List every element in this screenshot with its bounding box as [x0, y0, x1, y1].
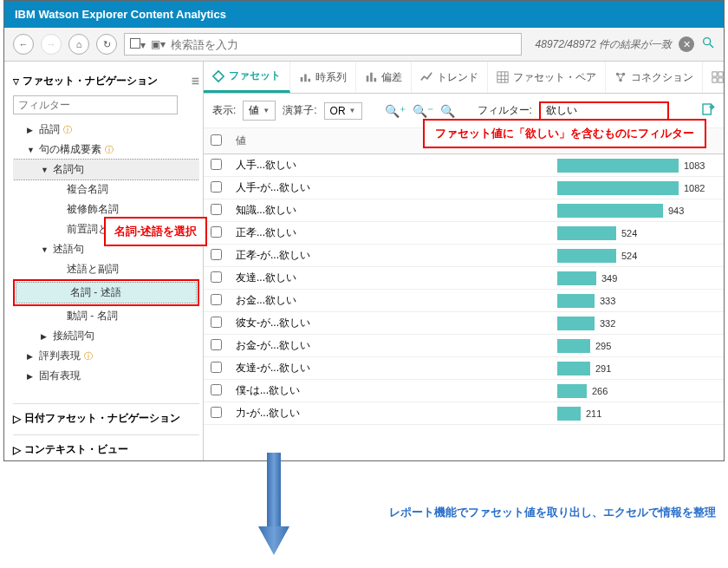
row-checkbox[interactable]: [211, 271, 222, 283]
table-row[interactable]: 彼女-が...欲しい332: [204, 312, 724, 335]
row-value: 人手-が...欲しい: [229, 177, 550, 199]
row-bar-cell: 333: [550, 290, 724, 312]
tree-item[interactable]: ▼句の構成要素 ⓘ: [13, 140, 199, 160]
row-checkbox-cell: [204, 245, 229, 267]
tab-conn[interactable]: コネクション: [606, 62, 703, 93]
table-row[interactable]: 僕-は...欲しい266: [204, 380, 724, 402]
svg-rect-7: [370, 73, 373, 82]
layout-icon[interactable]: ▾: [130, 38, 146, 51]
row-bar-cell: 211: [550, 402, 724, 425]
row-checkbox[interactable]: [211, 159, 222, 170]
table-row[interactable]: 正孝...欲しい524: [204, 222, 724, 245]
caret-right-icon: ▷: [13, 444, 21, 456]
bar-icon: [557, 181, 679, 195]
zoom-in-icon[interactable]: 🔍⁺: [385, 104, 406, 118]
back-button[interactable]: ←: [13, 34, 34, 55]
facet-table-wrap[interactable]: 値 人手...欲しい1083人手-が...欲しい1082知識...欲しい943正…: [204, 128, 724, 460]
search-box[interactable]: ▾ ▣▾: [124, 33, 522, 55]
table-row[interactable]: 友達-が...欲しい291: [204, 357, 724, 380]
tree-item[interactable]: ▼名詞句: [13, 160, 199, 180]
tab-bar: ファセット時系列偏差トレンドファセット・ペアコネクションダッ: [204, 62, 724, 94]
clear-search-button[interactable]: ✕: [679, 36, 694, 52]
table-row[interactable]: お金...欲しい333: [204, 290, 724, 312]
filter-field[interactable]: [539, 101, 669, 121]
table-row[interactable]: 知識...欲しい943: [204, 199, 724, 222]
show-dropdown[interactable]: 値▼: [243, 101, 276, 121]
tree-item[interactable]: 動詞 - 名詞: [13, 306, 199, 326]
table-row[interactable]: お金-が...欲しい295: [204, 335, 724, 357]
zoom-out-icon[interactable]: 🔍⁻: [413, 104, 433, 118]
tree-item-label: 固有表現: [39, 369, 81, 383]
panel-menu-icon[interactable]: ☰: [192, 76, 199, 86]
refresh-button[interactable]: ↻: [96, 34, 117, 55]
conn-icon: [614, 71, 627, 83]
row-checkbox[interactable]: [211, 249, 222, 260]
search-icon[interactable]: [701, 36, 715, 53]
row-checkbox[interactable]: [211, 204, 222, 215]
row-value: 知識...欲しい: [229, 199, 550, 222]
picture-icon[interactable]: ▣▾: [151, 38, 166, 50]
tab-diamond[interactable]: ファセット: [204, 62, 290, 93]
row-value: 友達...欲しい: [229, 267, 550, 290]
sidebar-filter-input[interactable]: [13, 95, 178, 114]
tree-item[interactable]: 述語と副詞: [13, 259, 199, 279]
svg-rect-23: [718, 78, 723, 82]
search-input[interactable]: [171, 38, 516, 51]
bars-icon: [299, 71, 311, 83]
svg-rect-21: [718, 72, 723, 76]
operator-dropdown[interactable]: OR▼: [324, 102, 362, 120]
home-button[interactable]: ⌂: [68, 34, 89, 55]
tree-item[interactable]: ▶接続詞句: [13, 326, 199, 346]
chevron-down-icon: ▼: [349, 107, 356, 114]
tree-item[interactable]: ▶品詞 ⓘ: [13, 120, 199, 140]
row-bar-cell: 349: [550, 267, 724, 290]
help-icon[interactable]: ⓘ: [84, 350, 93, 362]
trend-icon: [420, 71, 432, 83]
tab-dev[interactable]: 偏差: [356, 62, 412, 93]
tree-item[interactable]: ▶固有表現: [13, 366, 199, 386]
tree-item[interactable]: 名詞 - 述語: [16, 282, 197, 304]
table-row[interactable]: 人手-が...欲しい1082: [204, 177, 724, 199]
row-bar-cell: 524: [550, 222, 724, 245]
tab-grid[interactable]: ファセット・ペア: [488, 62, 606, 93]
tree-item-label: 複合名詞: [67, 182, 108, 197]
tab-bars[interactable]: 時系列: [290, 62, 356, 93]
table-row[interactable]: 正孝-が...欲しい524: [204, 245, 724, 267]
table-row[interactable]: 力-が...欲しい211: [204, 402, 724, 425]
tab-dash[interactable]: ダッ: [703, 62, 724, 93]
row-bar-cell: 943: [550, 199, 724, 222]
facet-nav-heading[interactable]: ▽ ファセット・ナビゲーション ☰: [13, 70, 199, 92]
tree-item[interactable]: ▶評判表現 ⓘ: [13, 346, 199, 366]
select-all-header[interactable]: [204, 128, 229, 154]
help-icon[interactable]: ⓘ: [105, 144, 114, 156]
app-title: IBM Watson Explorer Content Analytics: [15, 8, 226, 21]
tab-trend[interactable]: トレンド: [412, 62, 488, 93]
row-checkbox-cell: [204, 312, 229, 335]
dash-icon: [712, 71, 724, 83]
tab-label: ファセット・ペア: [513, 70, 596, 85]
row-checkbox[interactable]: [211, 384, 222, 395]
tree-item[interactable]: 複合名詞: [13, 180, 199, 199]
row-checkbox[interactable]: [211, 181, 222, 193]
row-bar-cell: 266: [550, 380, 724, 402]
tree-item-label: 評判表現: [39, 349, 81, 363]
filter-label: フィルター:: [478, 103, 532, 118]
context-view-heading[interactable]: ▷ コンテキスト・ビュー: [13, 434, 199, 460]
row-checkbox[interactable]: [211, 407, 222, 418]
row-checkbox-cell: [204, 290, 229, 312]
svg-line-1: [710, 44, 713, 48]
table-row[interactable]: 友達...欲しい349: [204, 267, 724, 290]
row-checkbox[interactable]: [211, 339, 222, 350]
filter-input[interactable]: [546, 105, 662, 117]
annotation-select: 名詞-述語を選択: [104, 217, 207, 246]
row-checkbox[interactable]: [211, 294, 222, 305]
select-all-checkbox[interactable]: [211, 134, 222, 146]
row-checkbox[interactable]: [211, 226, 222, 238]
row-checkbox[interactable]: [211, 317, 222, 328]
table-row[interactable]: 人手...欲しい1083: [204, 154, 724, 177]
help-icon[interactable]: ⓘ: [63, 124, 72, 136]
date-facet-heading[interactable]: ▷ 日付ファセット・ナビゲーション: [13, 403, 199, 429]
export-icon[interactable]: [701, 102, 715, 119]
row-checkbox[interactable]: [211, 362, 222, 373]
svg-rect-8: [374, 78, 377, 82]
